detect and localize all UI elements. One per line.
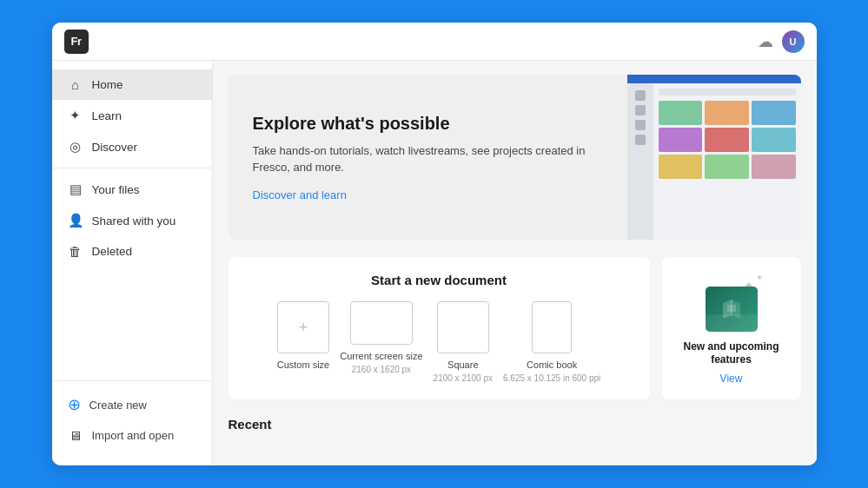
fresco-thumb-5 — [705, 128, 749, 152]
recent-title: Recent — [229, 417, 801, 432]
mock-dot-4 — [635, 135, 646, 145]
sidebar-label-discover: Discover — [92, 141, 138, 154]
sidebar-bottom: ⊕ Create new 🖥 Import and open — [52, 380, 212, 457]
features-icon-area: ✦ ✦ — [700, 273, 763, 332]
sidebar-item-learn[interactable]: ✦ Learn — [52, 100, 212, 131]
doc-template-square[interactable]: Square 2100 x 2100 px — [434, 301, 493, 384]
start-title: Start a new document — [242, 273, 636, 287]
deleted-icon: 🗑 — [68, 244, 83, 259]
app-window: Fr ☁ U ⌂ Home ✦ Learn ◎ — [52, 23, 817, 465]
doc-template-custom[interactable]: + Custom size — [277, 301, 330, 384]
import-open-label: Import and open — [92, 429, 175, 442]
doc-sublabel-comic: 6.625 x 10.125 in 600 ppi — [503, 373, 600, 384]
sidebar-item-your-files[interactable]: ▤ Your files — [52, 174, 212, 205]
learn-icon: ✦ — [68, 108, 83, 123]
fresco-thumb-7 — [659, 155, 703, 179]
fresco-thumb-6 — [752, 128, 796, 152]
hero-description: Take hands-on tutorials, watch livestrea… — [253, 142, 603, 176]
doc-box-screen — [350, 301, 413, 345]
sidebar-item-discover[interactable]: ◎ Discover — [52, 131, 212, 162]
sidebar-item-home[interactable]: ⌂ Home — [52, 69, 212, 100]
fresco-thumb-8 — [705, 155, 749, 179]
doc-template-screen[interactable]: Current screen size 2160 x 1620 px — [340, 301, 422, 384]
sidebar-nav: ⌂ Home ✦ Learn ◎ Discover ▤ Your files — [52, 69, 212, 380]
topbar-icons: ☁ U — [758, 30, 805, 53]
import-icon: 🖥 — [68, 428, 83, 443]
book-svg — [719, 296, 745, 322]
avatar[interactable]: U — [782, 30, 805, 53]
doc-sublabel-square: 2100 x 2100 px — [434, 373, 493, 384]
doc-label-comic: Comic book — [527, 359, 577, 371]
fresco-mockup — [627, 83, 801, 240]
doc-label-square: Square — [447, 359, 478, 371]
doc-label-screen: Current screen size — [340, 350, 422, 362]
fresco-sidebar-mock — [627, 83, 653, 240]
fresco-grid — [659, 101, 796, 179]
sidebar-item-deleted[interactable]: 🗑 Deleted — [52, 236, 212, 267]
fresco-thumb-2 — [705, 101, 749, 125]
create-icon: ⊕ — [68, 395, 81, 414]
features-book-icon — [706, 287, 758, 332]
svg-marker-2 — [727, 305, 736, 312]
doc-box-custom: + — [277, 301, 329, 353]
hero-banner: Explore what's possible Take hands-on tu… — [229, 75, 801, 240]
sidebar-label-shared: Shared with you — [92, 214, 176, 228]
recent-section: Recent — [229, 417, 801, 432]
hero-image — [627, 75, 801, 240]
mock-dot-2 — [635, 105, 646, 115]
sidebar: ⌂ Home ✦ Learn ◎ Discover ▤ Your files — [52, 61, 213, 465]
start-section: Start a new document + Custom size Curre… — [229, 257, 801, 399]
shared-icon: 👤 — [68, 213, 83, 228]
hero-title: Explore what's possible — [253, 114, 603, 134]
doc-sublabel-screen: 2160 x 1620 px — [352, 364, 411, 375]
fresco-thumb-4 — [659, 128, 703, 152]
doc-template-comic[interactable]: Comic book 6.625 x 10.125 in 600 ppi — [503, 301, 600, 384]
sidebar-divider — [52, 168, 212, 168]
sparkle-small-icon: ✦ — [756, 273, 763, 282]
mock-dot-3 — [635, 120, 646, 130]
cloud-icon[interactable]: ☁ — [758, 32, 773, 51]
mock-dot-1 — [635, 90, 646, 101]
doc-templates: + Custom size Current screen size 2160 x… — [242, 301, 636, 384]
fresco-thumb-1 — [659, 101, 703, 125]
create-new-label: Create new — [89, 399, 147, 412]
import-open-button[interactable]: 🖥 Import and open — [52, 421, 212, 450]
hero-text: Explore what's possible Take hands-on tu… — [229, 75, 627, 240]
fresco-content-mock — [653, 83, 801, 240]
main-layout: ⌂ Home ✦ Learn ◎ Discover ▤ Your files — [52, 61, 817, 465]
sidebar-label-your-files: Your files — [92, 183, 140, 196]
create-new-button[interactable]: ⊕ Create new — [52, 388, 212, 421]
sidebar-label-home: Home — [92, 78, 123, 91]
features-title: New and upcoming features — [676, 340, 787, 367]
sidebar-label-learn: Learn — [92, 109, 123, 122]
features-view-link[interactable]: View — [720, 373, 743, 385]
fresco-thumb-3 — [752, 101, 796, 125]
doc-label-custom: Custom size — [277, 359, 330, 371]
discover-icon: ◎ — [68, 139, 83, 155]
hero-link[interactable]: Discover and learn — [253, 188, 603, 201]
features-card: ✦ ✦ New and upcoming features Vie — [662, 257, 801, 399]
app-logo: Fr — [64, 30, 89, 54]
doc-box-square — [437, 301, 489, 353]
files-icon: ▤ — [68, 181, 83, 197]
fresco-thumb-9 — [752, 155, 796, 179]
sidebar-item-shared-with-you[interactable]: 👤 Shared with you — [52, 205, 212, 236]
start-new-panel: Start a new document + Custom size Curre… — [229, 257, 650, 399]
fresco-top-bar — [659, 89, 796, 96]
content-area: Explore what's possible Take hands-on tu… — [213, 61, 817, 465]
home-icon: ⌂ — [68, 77, 83, 92]
sidebar-label-deleted: Deleted — [92, 245, 133, 258]
topbar: Fr ☁ U — [52, 23, 817, 61]
doc-box-comic — [532, 301, 572, 353]
hero-top-strip — [627, 75, 801, 83]
